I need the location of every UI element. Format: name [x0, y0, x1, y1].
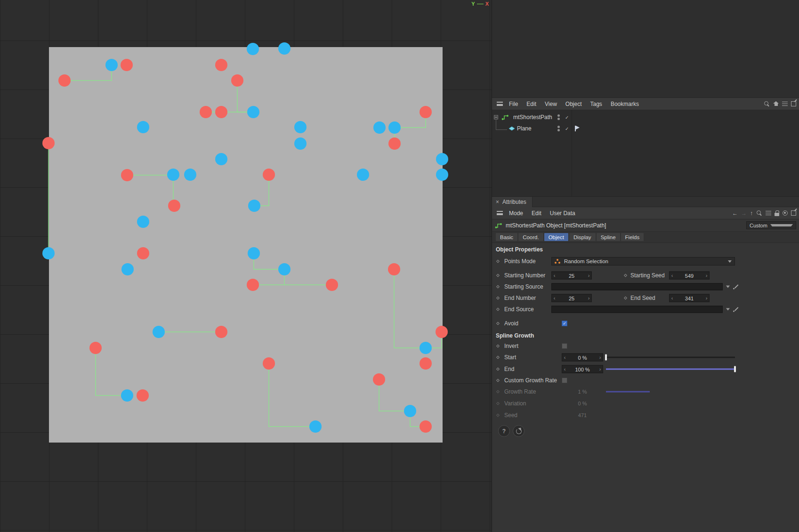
home-icon[interactable]: [773, 101, 779, 106]
3d-viewport[interactable]: Y X: [0, 0, 492, 532]
record-icon[interactable]: [783, 210, 788, 216]
lock-icon[interactable]: [775, 210, 779, 216]
new-window-icon[interactable]: [791, 210, 796, 216]
object-name[interactable]: mtShortestPath: [513, 114, 552, 121]
menu-edit[interactable]: Edit: [527, 210, 546, 217]
red-point: [263, 357, 275, 370]
up-arrow-icon[interactable]: ↑: [750, 210, 753, 217]
end-input[interactable]: ‹ 100 % ›: [562, 365, 603, 373]
menu-edit[interactable]: Edit: [522, 101, 541, 107]
filter-icon[interactable]: [766, 211, 771, 216]
chevron-down-icon[interactable]: [726, 286, 730, 288]
points-mode-value: Random Selection: [564, 258, 725, 264]
forward-arrow-icon[interactable]: →: [741, 210, 747, 217]
enable-check-icon[interactable]: ✓: [565, 126, 569, 131]
increment-icon[interactable]: ›: [597, 367, 603, 372]
tree-row-mtshortestpath[interactable]: mtShortestPath ✓: [492, 112, 799, 122]
search-icon[interactable]: [764, 101, 770, 107]
keyframe-diamond[interactable]: [624, 296, 627, 299]
slider-handle[interactable]: [734, 366, 736, 372]
keyframe-diamond[interactable]: [496, 285, 500, 288]
starting-number-input[interactable]: ‹ 25 ›: [551, 272, 592, 280]
blue-point: [184, 169, 196, 181]
keyframe-diamond[interactable]: [496, 307, 500, 311]
end-source-field[interactable]: [551, 306, 723, 313]
custom-growth-rate-checkbox[interactable]: [562, 378, 567, 383]
decrement-icon[interactable]: ‹: [552, 296, 557, 301]
decrement-icon[interactable]: ‹: [552, 273, 557, 278]
points-mode-dropdown[interactable]: Random Selection: [551, 257, 735, 266]
menu-file[interactable]: File: [505, 101, 522, 107]
avoid-checkbox[interactable]: ✓: [562, 321, 567, 326]
menu-tags[interactable]: Tags: [586, 101, 606, 107]
right-panel: File Edit View Object Tags Bookmarks mtS…: [492, 0, 799, 532]
back-arrow-icon[interactable]: ←: [732, 210, 738, 217]
decrement-icon[interactable]: ‹: [562, 355, 567, 360]
keyframe-diamond[interactable]: [496, 379, 500, 382]
blue-point: [436, 169, 448, 181]
hamburger-menu-icon[interactable]: [497, 211, 503, 215]
preset-dropdown[interactable]: Custom: [746, 221, 796, 229]
keyframe-diamond[interactable]: [496, 367, 500, 371]
close-icon[interactable]: ×: [496, 199, 499, 205]
object-name[interactable]: Plane: [517, 125, 532, 132]
tab-coord[interactable]: Coord.: [518, 233, 543, 241]
red-point: [247, 279, 259, 291]
tree-row-plane[interactable]: Plane ✓: [492, 123, 799, 134]
increment-icon[interactable]: ›: [586, 273, 591, 278]
keyframe-diamond: [496, 390, 500, 393]
menu-user-data[interactable]: User Data: [546, 210, 580, 217]
growth-rate-value: 1 %: [562, 389, 603, 395]
menu-bookmarks[interactable]: Bookmarks: [606, 101, 643, 107]
attributes-tab[interactable]: × Attributes: [492, 197, 533, 207]
increment-icon[interactable]: ›: [597, 355, 603, 360]
keyframe-diamond[interactable]: [624, 274, 627, 277]
tab-fields[interactable]: Fields: [621, 233, 644, 241]
menu-view[interactable]: View: [541, 101, 561, 107]
decrement-icon[interactable]: ‹: [562, 367, 567, 372]
end-number-label: End Number: [504, 295, 536, 301]
slider-handle[interactable]: [605, 355, 607, 361]
increment-icon[interactable]: ›: [704, 273, 709, 278]
reset-button[interactable]: [513, 425, 525, 437]
end-seed-input[interactable]: ‹ 341 ›: [669, 294, 710, 302]
hamburger-menu-icon[interactable]: [497, 102, 503, 106]
search-icon[interactable]: [756, 210, 762, 216]
collapse-icon[interactable]: [494, 115, 498, 120]
end-slider[interactable]: [606, 366, 735, 372]
visibility-dots-icon[interactable]: [557, 126, 560, 131]
decrement-icon[interactable]: ‹: [670, 296, 675, 301]
attributes-body: Object Properties Points Mode Random Sel…: [492, 243, 799, 532]
increment-icon[interactable]: ›: [704, 296, 709, 301]
red-point: [42, 137, 55, 149]
visibility-dots-icon[interactable]: [557, 114, 560, 120]
starting-seed-input[interactable]: ‹ 549 ›: [669, 272, 710, 280]
flag-tag-icon[interactable]: [575, 126, 581, 131]
tab-object[interactable]: Object: [544, 233, 568, 241]
pick-source-icon[interactable]: [733, 306, 739, 313]
help-button[interactable]: ?: [498, 425, 510, 437]
tab-basic[interactable]: Basic: [496, 233, 517, 241]
menu-object[interactable]: Object: [561, 101, 586, 107]
menu-mode[interactable]: Mode: [505, 210, 527, 217]
chevron-down-icon[interactable]: [726, 308, 730, 311]
keyframe-diamond[interactable]: [496, 296, 500, 299]
pick-source-icon[interactable]: [733, 284, 739, 290]
increment-icon[interactable]: ›: [586, 296, 591, 301]
keyframe-diamond[interactable]: [496, 274, 500, 277]
keyframe-diamond[interactable]: [496, 259, 500, 263]
starting-source-field[interactable]: [551, 283, 723, 290]
enable-check-icon[interactable]: ✓: [565, 115, 569, 120]
start-input[interactable]: ‹ 0 % ›: [562, 354, 603, 362]
new-window-icon[interactable]: [791, 101, 796, 106]
tab-display[interactable]: Display: [569, 233, 596, 241]
filter-icon[interactable]: [782, 102, 788, 106]
keyframe-diamond[interactable]: [496, 355, 500, 359]
end-number-input[interactable]: ‹ 25 ›: [551, 294, 592, 302]
invert-checkbox[interactable]: [562, 343, 567, 349]
decrement-icon[interactable]: ‹: [670, 273, 675, 278]
start-slider[interactable]: [606, 355, 735, 361]
tab-spline[interactable]: Spline: [597, 233, 620, 241]
keyframe-diamond[interactable]: [496, 322, 500, 325]
keyframe-diamond[interactable]: [496, 344, 500, 347]
